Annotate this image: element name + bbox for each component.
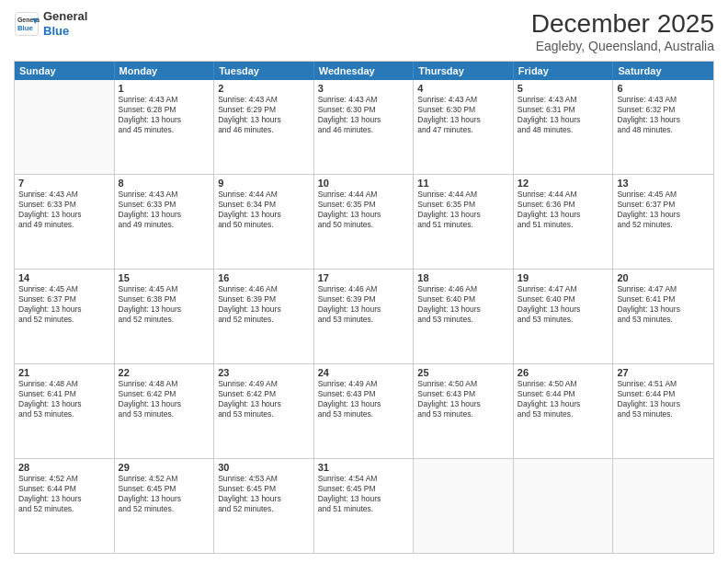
day-number: 22	[119, 367, 210, 378]
cell-text: Sunrise: 4:45 AM Sunset: 6:37 PM Dayligh…	[18, 284, 110, 325]
header-day-friday: Friday	[514, 62, 614, 80]
calendar: SundayMondayTuesdayWednesdayThursdayFrid…	[14, 61, 714, 554]
cell-text: Sunrise: 4:47 AM Sunset: 6:40 PM Dayligh…	[518, 284, 609, 325]
cell-text: Sunrise: 4:43 AM Sunset: 6:29 PM Dayligh…	[218, 95, 310, 135]
day-number: 26	[518, 367, 609, 378]
cal-cell-1: 1Sunrise: 4:43 AM Sunset: 6:28 PM Daylig…	[115, 80, 215, 174]
day-number: 28	[18, 462, 110, 473]
cell-text: Sunrise: 4:44 AM Sunset: 6:35 PM Dayligh…	[318, 190, 410, 230]
day-number: 14	[18, 272, 110, 283]
location-title: Eagleby, Queensland, Australia	[531, 39, 714, 53]
cell-text: Sunrise: 4:44 AM Sunset: 6:34 PM Dayligh…	[218, 190, 310, 230]
day-number: 11	[417, 178, 509, 189]
header-day-monday: Monday	[115, 62, 215, 80]
day-number: 30	[218, 462, 310, 473]
logo-line1: General	[43, 9, 87, 24]
cal-cell-25: 25Sunrise: 4:50 AM Sunset: 6:43 PM Dayli…	[414, 364, 514, 458]
calendar-body: 1Sunrise: 4:43 AM Sunset: 6:28 PM Daylig…	[15, 80, 713, 553]
cell-text: Sunrise: 4:47 AM Sunset: 6:41 PM Dayligh…	[617, 284, 710, 325]
cell-text: Sunrise: 4:43 AM Sunset: 6:31 PM Dayligh…	[518, 95, 609, 135]
cal-week-1: 7Sunrise: 4:43 AM Sunset: 6:33 PM Daylig…	[15, 174, 713, 269]
day-number: 1	[119, 83, 210, 94]
day-number: 25	[417, 367, 509, 378]
svg-text:Blue: Blue	[17, 24, 34, 32]
cal-cell-3: 3Sunrise: 4:43 AM Sunset: 6:30 PM Daylig…	[314, 80, 415, 174]
cal-cell-27: 27Sunrise: 4:51 AM Sunset: 6:44 PM Dayli…	[613, 364, 713, 458]
day-number: 10	[318, 178, 410, 189]
day-number: 2	[218, 83, 310, 94]
day-number: 9	[218, 178, 310, 189]
cal-cell-9: 9Sunrise: 4:44 AM Sunset: 6:34 PM Daylig…	[214, 175, 314, 269]
cell-text: Sunrise: 4:43 AM Sunset: 6:30 PM Dayligh…	[318, 95, 410, 135]
day-number: 20	[617, 272, 710, 283]
cal-cell-14: 14Sunrise: 4:45 AM Sunset: 6:37 PM Dayli…	[15, 270, 115, 363]
cell-text: Sunrise: 4:50 AM Sunset: 6:44 PM Dayligh…	[518, 379, 609, 419]
cell-text: Sunrise: 4:48 AM Sunset: 6:41 PM Dayligh…	[18, 379, 110, 419]
day-number: 3	[318, 83, 410, 94]
day-number: 24	[318, 367, 410, 378]
logo: General Blue General Blue	[14, 9, 87, 38]
cell-text: Sunrise: 4:43 AM Sunset: 6:28 PM Dayligh…	[119, 95, 210, 135]
cal-cell-24: 24Sunrise: 4:49 AM Sunset: 6:43 PM Dayli…	[314, 364, 415, 458]
cal-cell-6: 6Sunrise: 4:43 AM Sunset: 6:32 PM Daylig…	[613, 80, 713, 174]
cal-cell-31: 31Sunrise: 4:54 AM Sunset: 6:45 PM Dayli…	[314, 459, 415, 553]
cal-cell-11: 11Sunrise: 4:44 AM Sunset: 6:35 PM Dayli…	[414, 175, 514, 269]
day-number: 4	[417, 83, 509, 94]
title-block: December 2025 Eagleby, Queensland, Austr…	[531, 9, 714, 53]
cal-cell-empty-4-6	[613, 459, 713, 553]
cal-cell-17: 17Sunrise: 4:46 AM Sunset: 6:39 PM Dayli…	[314, 270, 415, 363]
cal-cell-21: 21Sunrise: 4:48 AM Sunset: 6:41 PM Dayli…	[15, 364, 115, 458]
cell-text: Sunrise: 4:46 AM Sunset: 6:39 PM Dayligh…	[218, 284, 310, 325]
cal-cell-8: 8Sunrise: 4:43 AM Sunset: 6:33 PM Daylig…	[115, 175, 215, 269]
cal-cell-7: 7Sunrise: 4:43 AM Sunset: 6:33 PM Daylig…	[15, 175, 115, 269]
day-number: 5	[518, 83, 609, 94]
logo-text: General Blue	[43, 9, 87, 38]
header-day-tuesday: Tuesday	[214, 62, 314, 80]
cal-cell-empty-4-4	[414, 459, 514, 553]
cal-cell-16: 16Sunrise: 4:46 AM Sunset: 6:39 PM Dayli…	[214, 270, 314, 363]
cal-week-0: 1Sunrise: 4:43 AM Sunset: 6:28 PM Daylig…	[15, 80, 713, 174]
month-title: December 2025	[531, 9, 714, 39]
cal-cell-empty-0-0	[15, 80, 115, 174]
cell-text: Sunrise: 4:43 AM Sunset: 6:32 PM Dayligh…	[617, 95, 710, 135]
day-number: 13	[617, 178, 710, 189]
cell-text: Sunrise: 4:49 AM Sunset: 6:42 PM Dayligh…	[218, 379, 310, 419]
day-number: 27	[617, 367, 710, 378]
cell-text: Sunrise: 4:49 AM Sunset: 6:43 PM Dayligh…	[318, 379, 410, 419]
day-number: 17	[318, 272, 410, 283]
cell-text: Sunrise: 4:53 AM Sunset: 6:45 PM Dayligh…	[218, 474, 310, 514]
cell-text: Sunrise: 4:45 AM Sunset: 6:37 PM Dayligh…	[617, 190, 710, 230]
cell-text: Sunrise: 4:43 AM Sunset: 6:33 PM Dayligh…	[18, 190, 110, 230]
calendar-header: SundayMondayTuesdayWednesdayThursdayFrid…	[15, 62, 713, 80]
day-number: 23	[218, 367, 310, 378]
logo-line2: Blue	[43, 24, 87, 39]
day-number: 8	[119, 178, 210, 189]
cal-cell-30: 30Sunrise: 4:53 AM Sunset: 6:45 PM Dayli…	[214, 459, 314, 553]
cal-cell-20: 20Sunrise: 4:47 AM Sunset: 6:41 PM Dayli…	[613, 270, 713, 363]
cell-text: Sunrise: 4:50 AM Sunset: 6:43 PM Dayligh…	[417, 379, 509, 419]
cal-cell-23: 23Sunrise: 4:49 AM Sunset: 6:42 PM Dayli…	[214, 364, 314, 458]
day-number: 7	[18, 178, 110, 189]
cal-cell-5: 5Sunrise: 4:43 AM Sunset: 6:31 PM Daylig…	[514, 80, 614, 174]
day-number: 21	[18, 367, 110, 378]
header-day-saturday: Saturday	[613, 62, 713, 80]
cell-text: Sunrise: 4:52 AM Sunset: 6:44 PM Dayligh…	[18, 474, 110, 514]
header-day-thursday: Thursday	[414, 62, 514, 80]
cal-cell-22: 22Sunrise: 4:48 AM Sunset: 6:42 PM Dayli…	[115, 364, 215, 458]
day-number: 6	[617, 83, 710, 94]
cal-cell-19: 19Sunrise: 4:47 AM Sunset: 6:40 PM Dayli…	[514, 270, 614, 363]
cell-text: Sunrise: 4:44 AM Sunset: 6:36 PM Dayligh…	[518, 190, 609, 230]
cell-text: Sunrise: 4:46 AM Sunset: 6:39 PM Dayligh…	[318, 284, 410, 325]
cell-text: Sunrise: 4:54 AM Sunset: 6:45 PM Dayligh…	[318, 474, 410, 514]
cell-text: Sunrise: 4:52 AM Sunset: 6:45 PM Dayligh…	[119, 474, 210, 514]
cell-text: Sunrise: 4:51 AM Sunset: 6:44 PM Dayligh…	[617, 379, 710, 419]
cal-cell-18: 18Sunrise: 4:46 AM Sunset: 6:40 PM Dayli…	[414, 270, 514, 363]
header-day-sunday: Sunday	[15, 62, 115, 80]
day-number: 31	[318, 462, 410, 473]
cal-cell-29: 29Sunrise: 4:52 AM Sunset: 6:45 PM Dayli…	[115, 459, 215, 553]
cal-cell-2: 2Sunrise: 4:43 AM Sunset: 6:29 PM Daylig…	[214, 80, 314, 174]
cal-week-2: 14Sunrise: 4:45 AM Sunset: 6:37 PM Dayli…	[15, 269, 713, 363]
cal-cell-13: 13Sunrise: 4:45 AM Sunset: 6:37 PM Dayli…	[613, 175, 713, 269]
day-number: 12	[518, 178, 609, 189]
cal-cell-10: 10Sunrise: 4:44 AM Sunset: 6:35 PM Dayli…	[314, 175, 415, 269]
